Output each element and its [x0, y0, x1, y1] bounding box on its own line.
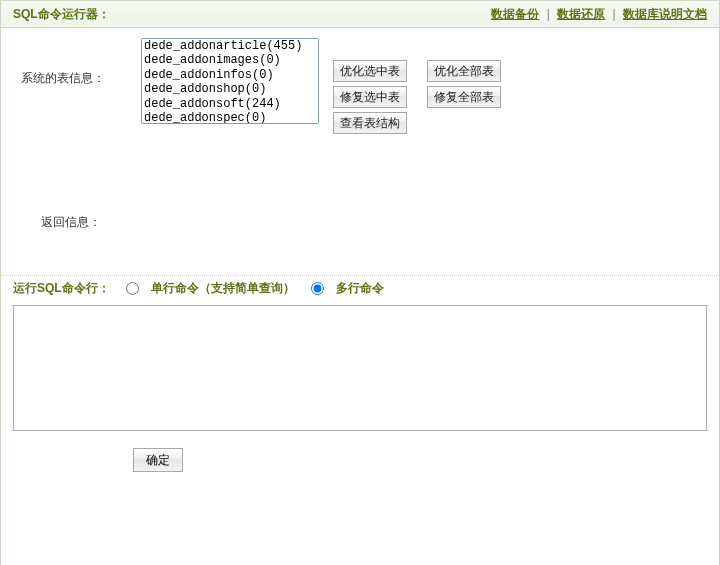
repair-selected-button[interactable]: 修复选中表	[333, 86, 407, 108]
return-info-row: 返回信息：	[13, 214, 707, 231]
button-grid: 优化选中表 优化全部表 修复选中表 修复全部表 查看表结构	[333, 38, 501, 134]
tables-listbox[interactable]: dede_addonarticle(455) dede_addonimages(…	[141, 38, 319, 124]
return-info-label: 返回信息：	[41, 215, 101, 229]
run-sql-label: 运行SQL命令行：	[13, 280, 110, 297]
link-separator: |	[547, 7, 550, 21]
link-docs[interactable]: 数据库说明文档	[623, 7, 707, 21]
header-links: 数据备份 | 数据还原 | 数据库说明文档	[491, 1, 707, 27]
list-item[interactable]: dede_addonarticle(455)	[142, 39, 318, 53]
optimize-selected-button[interactable]: 优化选中表	[333, 60, 407, 82]
radio-single-line[interactable]	[126, 282, 139, 295]
link-separator: |	[613, 7, 616, 21]
list-item[interactable]: dede_addonspec(0)	[142, 111, 318, 124]
link-restore[interactable]: 数据还原	[557, 7, 605, 21]
sql-area	[13, 305, 707, 434]
page-title: SQL命令运行器：	[13, 1, 110, 27]
radio-multi-line[interactable]	[311, 282, 324, 295]
sql-textarea[interactable]	[13, 305, 707, 431]
title-bar: SQL命令运行器： 数据备份 | 数据还原 | 数据库说明文档	[1, 1, 719, 28]
list-item[interactable]: dede_addonimages(0)	[142, 53, 318, 67]
radio-multi-line-label[interactable]: 多行命令	[336, 280, 384, 297]
optimize-all-button[interactable]: 优化全部表	[427, 60, 501, 82]
list-item[interactable]: dede_addonshop(0)	[142, 82, 318, 96]
list-item[interactable]: dede_addoninfos(0)	[142, 68, 318, 82]
list-item[interactable]: dede_addonsoft(244)	[142, 97, 318, 111]
tables-label: 系统的表信息：	[13, 38, 141, 87]
submit-button[interactable]: 确定	[133, 448, 183, 472]
link-backup[interactable]: 数据备份	[491, 7, 539, 21]
view-structure-button[interactable]: 查看表结构	[333, 112, 407, 134]
tables-row: 系统的表信息： dede_addonarticle(455) dede_addo…	[13, 38, 707, 134]
run-sql-bar: 运行SQL命令行： 单行命令（支持简单查询） 多行命令	[1, 275, 719, 301]
submit-row: 确定	[1, 448, 719, 472]
radio-single-line-label[interactable]: 单行命令（支持简单查询）	[151, 280, 295, 297]
repair-all-button[interactable]: 修复全部表	[427, 86, 501, 108]
